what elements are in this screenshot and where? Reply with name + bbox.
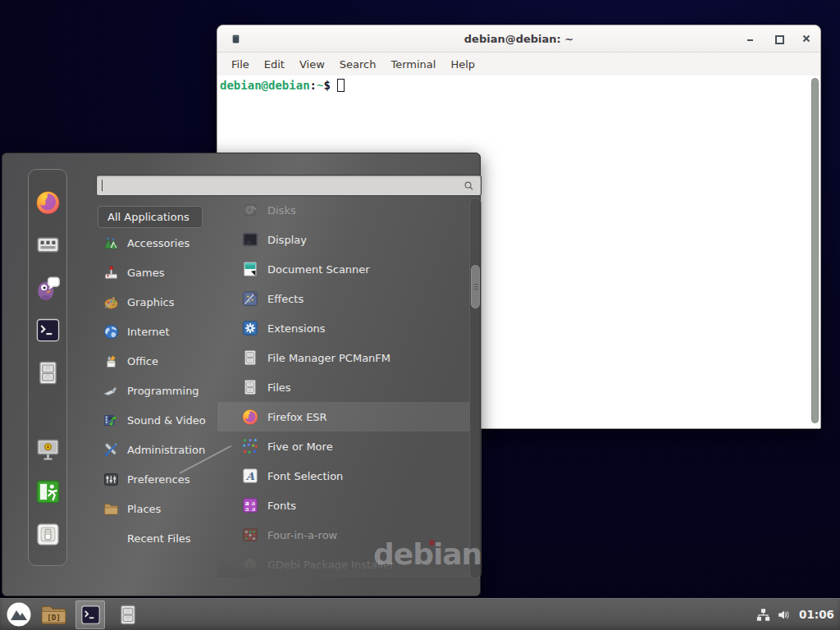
category-list: AccessoriesGamesGraphicsInternetOfficePr…	[96, 228, 217, 553]
menu-scrollbar-thumb[interactable]	[471, 265, 480, 308]
fonts-icon: aaaa	[241, 496, 259, 514]
category-internet[interactable]: Internet	[96, 317, 217, 346]
shutdown-button[interactable]	[34, 521, 62, 548]
category-programming[interactable]: Programming	[96, 376, 217, 405]
app-item-file-manager-pcmanfm[interactable]: File Manager PCManFM	[217, 343, 470, 372]
app-item-fonts[interactable]: aaaaFonts	[217, 491, 470, 520]
menubar-item-terminal[interactable]: Terminal	[383, 58, 443, 71]
terminal-scrollbar-thumb[interactable]	[811, 78, 819, 423]
search-box[interactable]	[96, 175, 482, 196]
app-item-display[interactable]: Display	[217, 225, 470, 254]
app-item-disks[interactable]: Disks	[217, 195, 470, 225]
extensions-icon	[241, 319, 259, 337]
app-label: Firefox ESR	[267, 411, 327, 423]
menubar-item-edit[interactable]: Edit	[257, 58, 292, 71]
prompt-user-host: debian@debian	[220, 79, 310, 92]
app-label: Document Scanner	[267, 263, 370, 276]
menubar-item-help[interactable]: Help	[443, 58, 482, 71]
taskbar-file-manager-button[interactable]	[116, 602, 139, 628]
taskbar-menu-button[interactable]	[6, 601, 32, 628]
favorite-software[interactable]	[34, 231, 62, 258]
category-label: Programming	[127, 385, 199, 397]
application-list: DisksDisplayDocument ScannerEffectsExten…	[217, 195, 470, 578]
app-item-extensions[interactable]: Extensions	[217, 313, 470, 343]
app-label: Four-in-a-row	[267, 529, 337, 541]
favorite-terminal[interactable]	[34, 317, 62, 344]
all-applications-button[interactable]: All Applications	[98, 206, 203, 228]
window-controls	[746, 25, 810, 52]
category-graphics[interactable]: Graphics	[96, 287, 217, 317]
terminal-title-icon	[231, 33, 241, 45]
network-icon[interactable]	[756, 608, 770, 622]
terminal-cursor	[337, 79, 345, 92]
maximize-button[interactable]	[774, 34, 783, 43]
category-label: Internet	[127, 326, 170, 338]
app-item-firefox-esr[interactable]: Firefox ESR	[217, 402, 470, 431]
app-label: Extensions	[267, 322, 326, 335]
games-icon	[103, 264, 120, 281]
volume-icon[interactable]	[777, 608, 791, 622]
app-item-document-scanner[interactable]: Document Scanner	[217, 254, 470, 284]
internet-icon	[103, 323, 120, 340]
app-item-font-selection[interactable]: AFont Selection	[217, 461, 470, 491]
category-label: Administration	[127, 444, 205, 456]
app-item-five-or-more[interactable]: Five or More	[217, 431, 470, 461]
category-label: Preferences	[127, 473, 189, 486]
app-label: Display	[267, 234, 307, 246]
category-accessories[interactable]: Accessories	[96, 228, 217, 258]
prompt-line: debian@debian:~$	[220, 78, 345, 94]
category-places[interactable]: Places	[96, 494, 217, 523]
favorite-pidgin[interactable]	[34, 274, 62, 301]
menubar-item-view[interactable]: View	[292, 58, 332, 71]
taskbar-clock: 01:06	[799, 608, 834, 621]
logout-button[interactable]	[34, 478, 62, 505]
svg-text:a: a	[245, 505, 249, 513]
app-item-gdebi-package-installer[interactable]: GDebi Package Installer	[217, 550, 470, 578]
app-label: File Manager PCManFM	[267, 352, 390, 364]
category-label: Sound & Video	[127, 414, 206, 427]
taskbar-files-folder-button[interactable]: [D]	[40, 603, 67, 627]
svg-text:A: A	[245, 470, 255, 482]
minimize-button[interactable]	[746, 34, 755, 43]
search-icon	[463, 180, 475, 192]
menu-sidebar	[28, 169, 67, 566]
places-icon	[103, 500, 120, 518]
category-sound-video[interactable]: Sound & Video	[96, 405, 217, 435]
taskbar-terminal-button[interactable]	[75, 600, 105, 629]
menu-scrollbar[interactable]	[469, 198, 482, 579]
close-button[interactable]	[802, 34, 810, 43]
app-label: Five or More	[267, 441, 333, 453]
category-label: Accessories	[127, 237, 189, 249]
app-item-effects[interactable]: Effects	[217, 284, 470, 313]
font-selection-icon: A	[241, 467, 259, 485]
terminal-scrollbar[interactable]	[810, 78, 819, 423]
category-office[interactable]: Office	[96, 346, 217, 376]
category-games[interactable]: Games	[96, 258, 217, 287]
favorite-file-manager[interactable]	[34, 359, 62, 386]
category-administration[interactable]: Administration	[96, 435, 217, 464]
prompt-symbol: $	[323, 79, 330, 92]
five-or-more-icon	[241, 437, 259, 455]
search-input[interactable]	[103, 176, 463, 195]
firefox-icon	[241, 408, 259, 426]
menubar-item-search[interactable]: Search	[332, 58, 384, 71]
effects-icon	[241, 290, 259, 308]
session-buttons	[34, 436, 62, 564]
menubar-item-file[interactable]: File	[224, 58, 257, 71]
category-recent-files[interactable]: Recent Files	[96, 523, 217, 553]
app-label: Disks	[267, 204, 296, 217]
app-item-files[interactable]: Files	[217, 372, 470, 402]
desktop: debian@debian: ~ FileEditViewSearchTermi…	[0, 0, 840, 630]
all-applications-label: All Applications	[107, 211, 189, 223]
four-in-a-row-icon	[241, 526, 259, 544]
app-item-four-in-a-row[interactable]: Four-in-a-row	[217, 520, 470, 550]
terminal-titlebar[interactable]: debian@debian: ~	[217, 25, 820, 52]
taskbar-launchers: [D]	[0, 599, 139, 630]
favorite-firefox[interactable]	[34, 189, 62, 216]
window-title: debian@debian: ~	[464, 33, 573, 45]
category-preferences[interactable]: Preferences	[96, 464, 217, 494]
system-tray: 01:06	[756, 599, 834, 630]
applications-menu: All Applications AccessoriesGamesGraphic…	[2, 153, 481, 596]
lock-screen-button[interactable]	[34, 436, 62, 463]
app-label: Fonts	[267, 500, 296, 512]
